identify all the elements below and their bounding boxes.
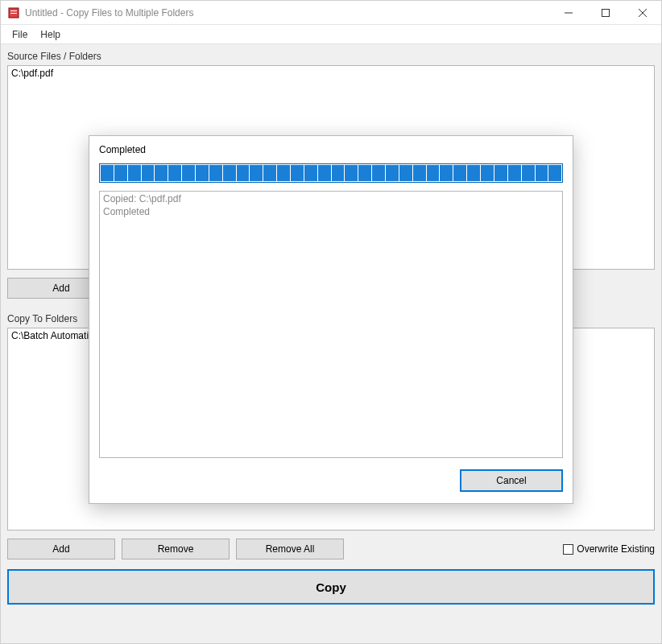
progress-bar bbox=[99, 163, 563, 183]
window-controls bbox=[550, 1, 661, 25]
source-label: Source Files / Folders bbox=[7, 51, 655, 62]
menubar: File Help bbox=[1, 25, 661, 44]
minimize-button[interactable] bbox=[550, 1, 587, 25]
log-box: Copied: C:\pdf.pdf Completed bbox=[99, 191, 563, 458]
dialog-button-row: Cancel bbox=[99, 469, 563, 492]
cancel-button[interactable]: Cancel bbox=[460, 469, 563, 492]
maximize-button[interactable] bbox=[587, 1, 624, 25]
checkbox-box-icon bbox=[563, 544, 573, 555]
svg-rect-2 bbox=[10, 13, 17, 14]
dest-buttons: Add Remove Remove All Overwrite Existing bbox=[7, 539, 655, 559]
titlebar: Untitled - Copy Files to Multiple Folder… bbox=[1, 1, 661, 25]
copy-button[interactable]: Copy bbox=[7, 569, 655, 605]
svg-rect-4 bbox=[602, 9, 610, 16]
log-line: Copied: C:\pdf.pdf bbox=[103, 193, 559, 206]
overwrite-checkbox[interactable]: Overwrite Existing bbox=[563, 543, 655, 555]
menu-help[interactable]: Help bbox=[34, 27, 67, 43]
app-icon bbox=[7, 6, 20, 19]
list-item[interactable]: C:\pdf.pdf bbox=[11, 68, 651, 79]
add-dest-button[interactable]: Add bbox=[7, 539, 115, 559]
svg-rect-1 bbox=[10, 10, 17, 11]
menu-file[interactable]: File bbox=[6, 27, 34, 43]
dialog-title: Completed bbox=[99, 144, 563, 155]
progress-dialog: Completed Copied: C:\pdf.pdf Completed C… bbox=[89, 135, 573, 504]
log-line: Completed bbox=[103, 206, 559, 219]
remove-all-dest-button[interactable]: Remove All bbox=[236, 539, 344, 559]
remove-dest-button[interactable]: Remove bbox=[122, 539, 230, 559]
close-button[interactable] bbox=[624, 1, 661, 25]
overwrite-label: Overwrite Existing bbox=[577, 543, 655, 555]
window-title: Untitled - Copy Files to Multiple Folder… bbox=[25, 7, 550, 19]
